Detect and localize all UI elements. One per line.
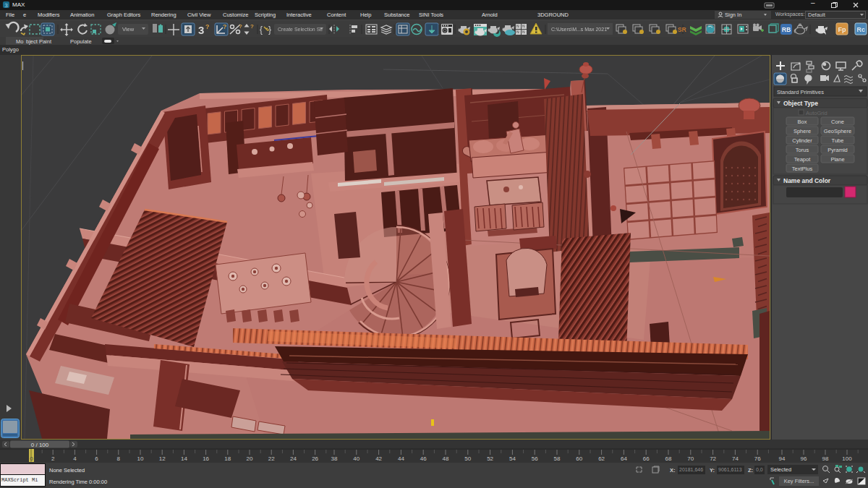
svg-text:68: 68 xyxy=(665,455,672,462)
svg-text:76: 76 xyxy=(754,455,761,462)
svg-text:2: 2 xyxy=(51,455,55,462)
svg-text:8: 8 xyxy=(117,455,121,462)
svg-text:?: ? xyxy=(239,23,242,30)
svg-text:98: 98 xyxy=(822,455,829,462)
svg-text:22: 22 xyxy=(268,455,275,462)
svg-text:4: 4 xyxy=(73,455,77,462)
svg-text:14: 14 xyxy=(181,455,187,462)
svg-text:?: ? xyxy=(205,23,210,30)
svg-text:N: N xyxy=(522,24,525,28)
svg-text:66: 66 xyxy=(643,455,650,462)
svg-text:Plane: Plane xyxy=(830,156,844,163)
svg-text:3: 3 xyxy=(4,2,8,9)
svg-text:Teapot: Teapot xyxy=(794,156,811,163)
svg-text:AutoGrid: AutoGrid xyxy=(806,110,827,116)
svg-text:40: 40 xyxy=(353,455,359,462)
svg-text:0 / 100: 0 / 100 xyxy=(31,442,49,448)
svg-text:58: 58 xyxy=(554,455,561,462)
svg-text:Cylinder: Cylinder xyxy=(792,137,812,144)
svg-text:Cone: Cone xyxy=(831,119,844,125)
svg-text:50: 50 xyxy=(464,455,471,462)
svg-text:?: ? xyxy=(223,23,227,30)
svg-text:Name and Color: Name and Color xyxy=(783,177,831,184)
svg-text:26: 26 xyxy=(312,455,318,462)
svg-text:62: 62 xyxy=(598,455,605,462)
svg-text:N: N xyxy=(516,24,519,28)
svg-text:38: 38 xyxy=(331,455,338,462)
svg-text:18: 18 xyxy=(224,455,231,462)
svg-text:60: 60 xyxy=(576,455,582,462)
svg-text:N: N xyxy=(522,30,525,34)
svg-text:RB: RB xyxy=(782,26,791,33)
svg-text:Default: Default xyxy=(808,12,826,18)
svg-text:24: 24 xyxy=(290,455,297,462)
svg-text:48: 48 xyxy=(443,455,449,462)
svg-text:Standard Primitives: Standard Primitives xyxy=(777,89,824,95)
svg-text:GeoSphere: GeoSphere xyxy=(824,128,851,134)
svg-text:0: 0 xyxy=(30,455,33,462)
svg-text:42: 42 xyxy=(375,455,382,462)
svg-text:View: View xyxy=(122,26,135,33)
svg-text:54: 54 xyxy=(509,455,516,462)
svg-text:44: 44 xyxy=(398,455,404,462)
svg-text:74: 74 xyxy=(732,455,739,462)
svg-text:46: 46 xyxy=(420,455,427,462)
svg-text:Tube: Tube xyxy=(832,137,844,144)
svg-text:16: 16 xyxy=(203,455,209,462)
svg-text:Object Type: Object Type xyxy=(783,100,818,107)
svg-text:SR: SR xyxy=(678,26,686,33)
svg-text:20: 20 xyxy=(247,455,253,462)
svg-text:TextPlus: TextPlus xyxy=(792,166,813,172)
svg-text:6: 6 xyxy=(95,455,98,462)
svg-text:3: 3 xyxy=(198,24,204,36)
svg-text:Rc: Rc xyxy=(857,26,866,33)
svg-text:Torus: Torus xyxy=(796,147,809,153)
svg-text:96: 96 xyxy=(801,455,807,462)
svg-text:Sign In: Sign In xyxy=(725,12,741,18)
svg-text:{: { xyxy=(260,25,263,35)
svg-text:70: 70 xyxy=(687,455,694,462)
svg-text:94: 94 xyxy=(779,455,786,462)
svg-text:72: 72 xyxy=(710,455,716,462)
svg-text:10: 10 xyxy=(137,455,144,462)
svg-text:Box: Box xyxy=(798,119,807,125)
svg-text:Fp: Fp xyxy=(838,26,846,33)
svg-text:C:\Users\M...s Max 2021: C:\Users\M...s Max 2021 xyxy=(551,27,607,32)
svg-text:Sphere: Sphere xyxy=(793,128,811,134)
svg-text:56: 56 xyxy=(532,455,538,462)
svg-text:?: ? xyxy=(250,23,254,30)
svg-text:Pyramid: Pyramid xyxy=(827,147,848,153)
svg-text:N: N xyxy=(516,30,519,34)
svg-text:12: 12 xyxy=(159,455,166,462)
svg-text:Create Selection Se: Create Selection Se xyxy=(278,27,323,32)
svg-text:100: 100 xyxy=(842,455,852,462)
svg-text:64: 64 xyxy=(621,455,627,462)
svg-text:52: 52 xyxy=(487,455,493,462)
